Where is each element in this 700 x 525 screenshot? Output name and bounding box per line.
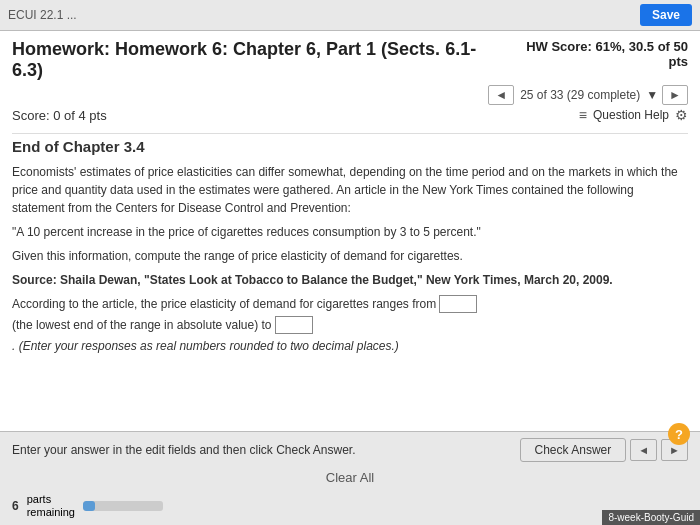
answer-input-low[interactable]	[439, 295, 477, 313]
bottom-row2: Clear All	[12, 468, 688, 487]
section-title: End of Chapter 3.4	[12, 138, 688, 155]
answer-input-high[interactable]	[275, 316, 313, 334]
content-area: Homework: Homework 6: Chapter 6, Part 1 …	[0, 31, 700, 431]
answer-prefix: According to the article, the price elas…	[12, 295, 436, 313]
bottom-row1: Enter your answer in the edit fields and…	[12, 438, 688, 462]
progress-bar-container	[83, 501, 163, 511]
score-row: Score: 0 of 4 pts ≡ Question Help ⚙	[12, 107, 688, 123]
bottom-bar: Enter your answer in the edit fields and…	[0, 431, 700, 525]
top-bar: ECUI 22.1 ... Save	[0, 0, 700, 31]
answer-line: According to the article, the price elas…	[12, 295, 688, 355]
enter-answer-text: Enter your answer in the edit fields and…	[12, 443, 356, 457]
answer-middle: (the lowest end of the range in absolute…	[12, 316, 272, 334]
check-answer-group: Check Answer ◄ ►	[520, 438, 688, 462]
bottom-nav-prev[interactable]: ◄	[630, 439, 657, 461]
gear-icon[interactable]: ⚙	[675, 107, 688, 123]
progress-bar-fill	[83, 501, 95, 511]
homework-title: Homework: Homework 6: Chapter 6, Part 1 …	[12, 39, 504, 81]
hw-score: HW Score: 61%, 30.5 of 50 pts	[504, 39, 688, 69]
source-text: Source: Shaila Dewan, "States Look at To…	[12, 273, 613, 287]
parts-label-parts: parts	[27, 493, 75, 506]
source: Source: Shaila Dewan, "States Look at To…	[12, 271, 688, 289]
parts-label-group: parts remaining	[27, 493, 75, 519]
nav-next-button[interactable]: ►	[662, 85, 688, 105]
list-icon: ≡	[579, 107, 587, 123]
parts-label-remaining: remaining	[27, 506, 75, 519]
divider	[12, 133, 688, 134]
header-row: Homework: Homework 6: Chapter 6, Part 1 …	[12, 39, 688, 81]
save-button[interactable]: Save	[640, 4, 692, 26]
check-answer-button[interactable]: Check Answer	[520, 438, 627, 462]
help-circle-button[interactable]: ?	[668, 423, 690, 445]
paragraph1: Economists' estimates of price elasticit…	[12, 163, 688, 217]
quote: "A 10 percent increase in the price of c…	[12, 223, 688, 241]
question-help: ≡ Question Help ⚙	[579, 107, 688, 123]
navigation-row: ◄ 25 of 33 (29 complete) ▼ ►	[12, 85, 688, 105]
nav-label: 25 of 33 (29 complete)	[520, 88, 640, 102]
bottom-row3: 6 parts remaining	[12, 493, 688, 519]
parts-remaining-number: 6	[12, 499, 19, 513]
main-container: ECUI 22.1 ... Save Homework: Homework 6:…	[0, 0, 700, 525]
task: Given this information, compute the rang…	[12, 247, 688, 265]
nav-dropdown-icon[interactable]: ▼	[646, 88, 658, 102]
clear-all-button[interactable]: Clear All	[318, 468, 382, 487]
question-help-label[interactable]: Question Help	[593, 108, 669, 122]
answer-suffix: . (Enter your responses as real numbers …	[12, 339, 399, 353]
nav-prev-button[interactable]: ◄	[488, 85, 514, 105]
top-bar-title: ECUI 22.1 ...	[8, 8, 640, 22]
score-label: Score: 0 of 4 pts	[12, 108, 107, 123]
corner-ad: 8-week-Booty-Guid	[602, 510, 700, 525]
